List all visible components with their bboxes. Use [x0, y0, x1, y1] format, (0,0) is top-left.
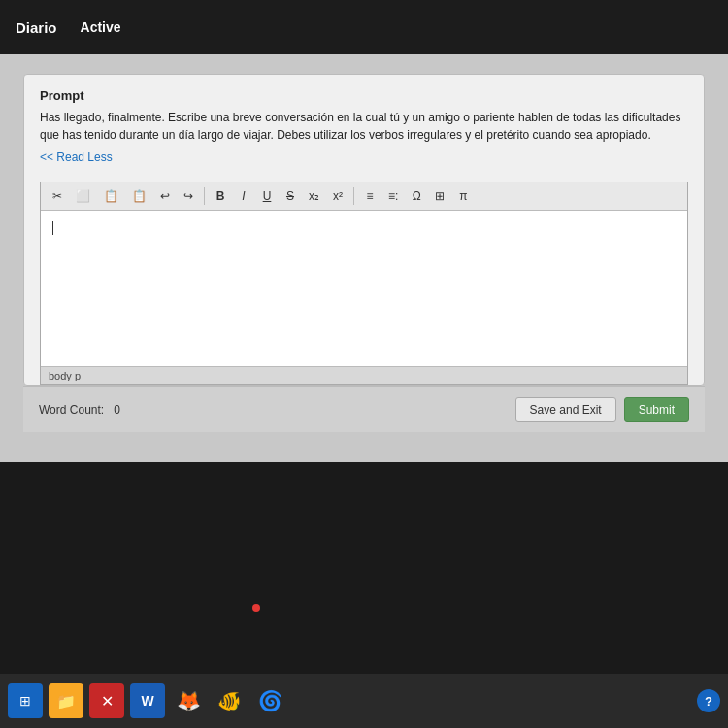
prompt-text: Has llegado, finalmente. Escribe una bre… — [40, 109, 688, 144]
nav-status: Active — [81, 19, 121, 35]
toolbar-subscript[interactable]: x₂ — [303, 186, 325, 206]
prompt-section: Prompt Has llegado, finalmente. Escribe … — [23, 74, 705, 386]
action-buttons: Save and Exit Submit — [515, 397, 689, 422]
taskbar-files-icon[interactable]: 📁 — [49, 683, 83, 718]
toolbar-paste1[interactable]: 📋 — [98, 186, 124, 206]
taskbar-edge-icon[interactable]: 🌀 — [252, 683, 287, 718]
toolbar-copy[interactable]: ⬜ — [70, 186, 96, 206]
toolbar-superscript[interactable]: x² — [327, 186, 348, 206]
toolbar-pi[interactable]: π — [452, 186, 474, 206]
toolbar-underline[interactable]: U — [256, 186, 278, 206]
toolbar-bold[interactable]: B — [210, 186, 231, 206]
editor-wrapper: ✂ ⬜ 📋 📋 ↩ ↪ B I U S x₂ x² ≡ ≡: Ω ⊞ π — [40, 182, 688, 385]
word-count-label: Word Count: — [39, 403, 104, 416]
toolbar-special-chars[interactable]: Ω — [406, 186, 427, 206]
toolbar-strikethrough[interactable]: S — [280, 186, 301, 206]
toolbar-undo[interactable]: ↩ — [154, 186, 176, 206]
toolbar-italic[interactable]: I — [233, 186, 254, 206]
submit-button[interactable]: Submit — [624, 397, 689, 422]
editor-statusbar: body p — [41, 366, 687, 384]
toolbar-table[interactable]: ⊞ — [429, 186, 450, 206]
toolbar-paste2[interactable]: 📋 — [126, 186, 152, 206]
prompt-label: Prompt — [40, 88, 688, 103]
taskbar-close-icon[interactable]: ✕ — [89, 683, 124, 718]
taskbar: ⊞ 📁 ✕ W 🦊 🐠 🌀 ? — [0, 674, 728, 728]
taskbar-help-icon[interactable]: ? — [697, 689, 720, 712]
red-dot — [252, 604, 260, 612]
app-title: Diario — [16, 19, 57, 36]
taskbar-word-icon[interactable]: W — [130, 683, 165, 718]
text-cursor — [52, 221, 53, 235]
top-nav: Diario Active — [0, 0, 728, 54]
taskbar-firefox-icon[interactable]: 🦊 — [171, 683, 206, 718]
word-count: Word Count: 0 — [39, 403, 120, 416]
read-less-link[interactable]: << Read Less — [40, 150, 113, 164]
toolbar-divider-2 — [353, 187, 354, 205]
editor-body[interactable] — [41, 211, 687, 366]
toolbar-list-ordered[interactable]: ≡: — [382, 186, 404, 206]
main-content: Prompt Has llegado, finalmente. Escribe … — [0, 54, 728, 462]
dark-overlay — [0, 462, 728, 637]
action-bar: Word Count: 0 Save and Exit Submit — [23, 386, 705, 432]
word-count-value: 0 — [114, 403, 120, 416]
save-exit-button[interactable]: Save and Exit — [515, 397, 616, 422]
taskbar-fish-icon[interactable]: 🐠 — [212, 683, 247, 718]
toolbar-cut[interactable]: ✂ — [47, 186, 68, 206]
toolbar-divider-1 — [204, 187, 205, 205]
editor-toolbar: ✂ ⬜ 📋 📋 ↩ ↪ B I U S x₂ x² ≡ ≡: Ω ⊞ π — [41, 182, 687, 211]
toolbar-list-unordered[interactable]: ≡ — [359, 186, 381, 206]
taskbar-start-icon[interactable]: ⊞ — [8, 683, 43, 718]
toolbar-redo[interactable]: ↪ — [178, 186, 199, 206]
